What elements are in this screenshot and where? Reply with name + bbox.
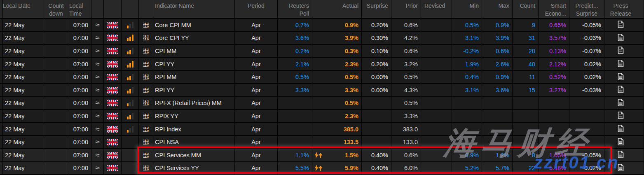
table-row[interactable]: 22 May07:00≈18.212.0Core CPI MMApr0.7%0.… [0, 19, 644, 32]
surprise [362, 136, 391, 149]
economic-data-icon: 18.212.0 [139, 32, 153, 45]
approx-icon: ≈ [91, 45, 104, 58]
indicator-name[interactable]: RPI Index [153, 123, 235, 136]
reuters-poll: 3.6% [278, 32, 312, 45]
countdown [43, 58, 69, 71]
press-release-button[interactable] [604, 19, 644, 32]
countdown [43, 84, 69, 97]
press-release-button[interactable] [604, 97, 644, 110]
prior: 0.6% [391, 45, 421, 58]
document-icon [618, 125, 624, 133]
press-release-button[interactable] [604, 162, 644, 175]
indicator-name[interactable]: CPI Services YY [153, 162, 235, 175]
press-release-button[interactable] [604, 32, 644, 45]
local-time: 07:00 [69, 84, 91, 97]
local-time: 07:00 [69, 110, 91, 123]
press-release-button[interactable] [604, 71, 644, 84]
col-header-prior[interactable]: Prior [391, 0, 421, 19]
actual: 3.3% [312, 84, 362, 97]
surprise: 0.10% [362, 45, 391, 58]
period: Apr [235, 97, 278, 110]
table-row[interactable]: 22 May07:00≈18.212.0CPI Services MMApr1.… [0, 149, 644, 162]
actual: 0.9% [312, 19, 362, 32]
col-header-period[interactable]: Period [235, 0, 278, 19]
table-row[interactable]: 22 May07:00≈18.212.0CPI NSAApr133.5133.0 [0, 136, 644, 149]
table-row[interactable]: 22 May07:00≈18.212.0RPI YYApr3.3%3.3%0.0… [0, 84, 644, 97]
table-row[interactable]: 22 May07:00≈18.212.0Core CPI YYApr3.6%3.… [0, 32, 644, 45]
uk-flag-icon [104, 58, 122, 71]
press-release-button[interactable] [604, 58, 644, 71]
col-header-revised[interactable]: Revised [421, 0, 452, 19]
economic-calendar-table: Local Date Countdown LocalTime Indicator… [0, 0, 644, 175]
press-release-button[interactable] [604, 136, 644, 149]
indicator-name[interactable]: RPI MM [153, 71, 235, 84]
row-edge [0, 110, 3, 123]
col-header-smart-economist[interactable]: SmartEcono... [539, 0, 569, 19]
col-header-countdown[interactable]: Countdown [43, 0, 69, 19]
col-header-local-time[interactable]: LocalTime [69, 0, 91, 19]
col-header-min[interactable]: Min [452, 0, 482, 19]
col-header-reuters-poll[interactable]: ReutersPoll [278, 0, 312, 19]
reuters-poll: 1.1% [278, 149, 312, 162]
table-row[interactable]: 22 May07:00≈18.212.0CPI MMApr0.2%0.3%0.1… [0, 45, 644, 58]
indicator-name[interactable]: RPI YY [153, 84, 235, 97]
period: Apr [235, 71, 278, 84]
period: Apr [235, 123, 278, 136]
table-row[interactable]: 22 May07:00≈18.212.0CPI YYApr2.1%2.3%0.2… [0, 58, 644, 71]
col-header-max[interactable]: Max [482, 0, 513, 19]
economic-data-icon: 18.212.0 [139, 45, 153, 58]
indicator-name[interactable]: RPIX YY [153, 110, 235, 123]
prior: 6.0% [391, 162, 421, 175]
reuters-poll: 0.7% [278, 19, 312, 32]
table-row[interactable]: 22 May07:00≈18.212.0RPIX YYApr2.3%3.3% [0, 110, 644, 123]
actual: 385.0 [312, 123, 362, 136]
col-header-prediction-surprise[interactable]: Predict...Surprise [569, 0, 604, 19]
document-icon [618, 73, 624, 82]
min: 5.2% [452, 162, 482, 175]
indicator-name[interactable]: Core CPI YY [153, 32, 235, 45]
indicator-name[interactable]: RPI-X (Retail Prices) MM [153, 97, 235, 110]
reuters-poll [278, 123, 312, 136]
table-row[interactable]: 22 May07:00≈18.212.0RPI IndexApr385.0383… [0, 123, 644, 136]
press-release-button[interactable] [604, 110, 644, 123]
smart-economist: 2.12% [539, 58, 569, 71]
revised [421, 110, 452, 123]
revised [421, 97, 452, 110]
document-icon [618, 47, 624, 55]
indicator-name[interactable]: CPI MM [153, 45, 235, 58]
count [513, 136, 539, 149]
col-header-press-release[interactable]: PressRelease [604, 0, 644, 19]
indicator-name[interactable]: CPI YY [153, 58, 235, 71]
col-header-flag [104, 0, 122, 19]
surprise: 0.00% [362, 71, 391, 84]
indicator-name[interactable]: Core CPI MM [153, 19, 235, 32]
row-edge [0, 149, 3, 162]
col-header-local-date[interactable]: Local Date [3, 0, 43, 19]
document-icon [618, 86, 624, 94]
press-release-button[interactable] [604, 84, 644, 97]
count: 22 [513, 162, 539, 175]
min [452, 97, 482, 110]
economic-data-icon: 18.212.0 [139, 110, 153, 123]
surprise [362, 110, 391, 123]
prediction-surprise [569, 123, 604, 136]
indicator-name[interactable]: CPI NSA [153, 136, 235, 149]
press-release-button[interactable] [604, 45, 644, 58]
press-release-button[interactable] [604, 149, 644, 162]
press-release-button[interactable] [604, 123, 644, 136]
table-row[interactable]: 22 May07:00≈18.212.0CPI Services YYApr5.… [0, 162, 644, 175]
indicator-name[interactable]: CPI Services MM [153, 149, 235, 162]
local-date: 22 May [3, 149, 43, 162]
table-row[interactable]: 22 May07:00≈18.212.0RPI MMApr0.5%0.5%0.0… [0, 71, 644, 84]
col-header-indicator-name[interactable]: Indicator Name [153, 0, 235, 19]
table-row[interactable]: 22 May07:00≈18.212.0RPI-X (Retail Prices… [0, 97, 644, 110]
period: Apr [235, 84, 278, 97]
prediction-surprise: 0.02% [569, 58, 604, 71]
smart-economist [539, 110, 569, 123]
col-header-surprise[interactable]: Surprise [362, 0, 391, 19]
period: Apr [235, 19, 278, 32]
reuters-poll [278, 97, 312, 110]
col-header-actual[interactable]: Actual [312, 0, 362, 19]
smart-economist: 0.65% [539, 19, 569, 32]
col-header-count[interactable]: Count [513, 0, 539, 19]
